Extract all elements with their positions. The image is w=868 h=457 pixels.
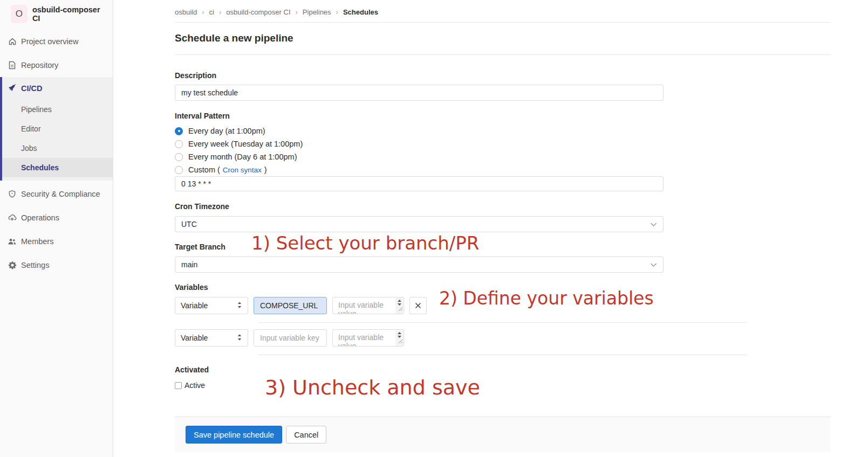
sidebar-item-cicd[interactable]: CI/CD bbox=[2, 77, 113, 100]
users-icon bbox=[8, 237, 17, 246]
sidebar-item-project-overview[interactable]: Project overview bbox=[0, 30, 113, 53]
radio-selected-icon[interactable] bbox=[175, 127, 183, 135]
target-branch-select[interactable]: main bbox=[175, 257, 664, 273]
breadcrumb-item-ci[interactable]: ci bbox=[209, 8, 214, 16]
active-checkbox-label: Active bbox=[184, 381, 205, 390]
variable-key-input[interactable] bbox=[254, 297, 327, 314]
variable-row: Variable Input variable value bbox=[175, 329, 831, 347]
sidebar-item-label: Members bbox=[21, 237, 53, 246]
breadcrumb-item-project[interactable]: osbuild-composer CI bbox=[226, 8, 290, 16]
divider bbox=[175, 22, 831, 23]
variable-key-input[interactable] bbox=[254, 329, 327, 347]
sidebar-item-label: CI/CD bbox=[21, 84, 42, 93]
cancel-button[interactable]: Cancel bbox=[286, 426, 326, 444]
breadcrumb-separator: › bbox=[296, 8, 298, 16]
interval-option-custom[interactable]: Custom ( Cron syntax ) bbox=[175, 163, 831, 176]
description-input[interactable] bbox=[175, 85, 664, 101]
sidebar-item-operations[interactable]: Operations bbox=[0, 206, 113, 230]
sidebar-item-members[interactable]: Members bbox=[0, 230, 113, 253]
form-actions: Save pipeline schedule Cancel bbox=[175, 417, 831, 452]
radio-label: Every week (Tuesday at 1:00pm) bbox=[188, 140, 303, 148]
sidebar: O osbuild-composer CI Project overview R… bbox=[0, 0, 113, 457]
divider bbox=[258, 355, 747, 355]
up-down-arrows-icon bbox=[237, 334, 242, 343]
radio-icon[interactable] bbox=[175, 166, 183, 174]
interval-option-weekly[interactable]: Every week (Tuesday at 1:00pm) bbox=[175, 137, 831, 150]
resize-grip-icon[interactable] bbox=[398, 337, 403, 345]
breadcrumb-item-pipelines[interactable]: Pipelines bbox=[303, 8, 331, 16]
radio-label: Every month (Day 6 at 1:00pm) bbox=[188, 153, 297, 161]
radio-icon[interactable] bbox=[175, 153, 183, 161]
radio-label: Every day (at 1:00pm) bbox=[188, 127, 265, 135]
divider bbox=[258, 322, 747, 323]
sidebar-section-cicd: CI/CD Pipelines Editor Jobs Schedules bbox=[0, 77, 113, 181]
active-checkbox[interactable] bbox=[175, 382, 182, 389]
activated-label: Activated bbox=[175, 365, 831, 375]
variable-value-textarea[interactable]: Input variable value bbox=[332, 329, 404, 347]
app-root: O osbuild-composer CI Project overview R… bbox=[0, 0, 868, 457]
chevron-down-icon bbox=[650, 220, 657, 228]
interval-option-daily[interactable]: Every day (at 1:00pm) bbox=[175, 124, 831, 137]
sidebar-item-label: Settings bbox=[21, 261, 49, 269]
breadcrumb-item-schedules: Schedules bbox=[343, 8, 378, 16]
variable-type-select[interactable]: Variable bbox=[175, 297, 248, 314]
sidebar-item-schedules[interactable]: Schedules bbox=[2, 158, 113, 177]
annotation-define-variables: 2) Define your variables bbox=[439, 288, 654, 309]
sidebar-item-label: Repository bbox=[21, 61, 58, 70]
remove-variable-button[interactable] bbox=[409, 297, 427, 314]
sub-item-label: Schedules bbox=[21, 163, 59, 172]
cron-timezone-label: Cron Timezone bbox=[175, 202, 831, 211]
breadcrumb-separator: › bbox=[202, 8, 204, 16]
resize-grip-icon[interactable] bbox=[398, 304, 403, 313]
variable-type-value: Variable bbox=[181, 334, 208, 342]
up-down-arrows-icon bbox=[237, 301, 242, 310]
variable-value-textarea[interactable]: Input variable value bbox=[332, 297, 404, 314]
sidebar-item-repository[interactable]: Repository bbox=[0, 53, 113, 77]
breadcrumb-separator: › bbox=[336, 8, 338, 16]
selected-branch: main bbox=[181, 260, 197, 269]
sub-item-label: Jobs bbox=[21, 144, 37, 153]
radio-label: Custom ( bbox=[188, 165, 220, 174]
gear-icon bbox=[8, 261, 17, 270]
variable-type-select[interactable]: Variable bbox=[175, 329, 248, 347]
sidebar-item-settings[interactable]: Settings bbox=[0, 253, 113, 277]
interval-option-monthly[interactable]: Every month (Day 6 at 1:00pm) bbox=[175, 150, 831, 163]
cron-pattern-input[interactable] bbox=[175, 176, 664, 191]
variable-type-value: Variable bbox=[181, 301, 208, 310]
divider bbox=[175, 54, 831, 55]
sub-item-label: Pipelines bbox=[21, 105, 52, 114]
variable-value-placeholder: Input variable value bbox=[333, 330, 389, 347]
breadcrumb-separator: › bbox=[219, 8, 221, 16]
description-label: Description bbox=[175, 71, 831, 80]
close-icon bbox=[414, 302, 422, 309]
chevron-down-icon bbox=[650, 260, 657, 269]
sidebar-item-editor[interactable]: Editor bbox=[2, 119, 113, 139]
sidebar-item-label: Operations bbox=[21, 213, 59, 222]
interval-options: Every day (at 1:00pm) Every week (Tuesda… bbox=[175, 124, 831, 176]
cron-syntax-link[interactable]: Cron syntax bbox=[223, 166, 262, 174]
project-header[interactable]: O osbuild-composer CI bbox=[0, 0, 113, 28]
shield-icon bbox=[8, 190, 17, 199]
sidebar-nav: Project overview Repository CI/CD Pipeli… bbox=[0, 30, 113, 277]
cron-timezone-select[interactable]: UTC bbox=[175, 216, 664, 232]
variable-value-placeholder: Input variable value bbox=[333, 297, 389, 314]
project-name: osbuild-composer CI bbox=[32, 5, 107, 23]
sidebar-item-label: Project overview bbox=[21, 37, 78, 46]
sidebar-item-pipelines[interactable]: Pipelines bbox=[2, 100, 113, 119]
project-avatar: O bbox=[11, 5, 28, 23]
sidebar-item-security-compliance[interactable]: Security & Compliance bbox=[0, 182, 113, 206]
sidebar-item-jobs[interactable]: Jobs bbox=[2, 139, 113, 158]
cloud-gear-icon bbox=[8, 213, 17, 223]
home-icon bbox=[8, 37, 17, 46]
breadcrumb: osbuild › ci › osbuild-composer CI › Pip… bbox=[175, 6, 831, 17]
breadcrumb-item-osbuild[interactable]: osbuild bbox=[175, 8, 197, 16]
interval-pattern-label: Interval Pattern bbox=[175, 112, 831, 121]
selected-timezone: UTC bbox=[181, 220, 197, 228]
sub-item-label: Editor bbox=[21, 124, 41, 133]
radio-label: ) bbox=[264, 165, 267, 174]
save-pipeline-schedule-button[interactable]: Save pipeline schedule bbox=[186, 426, 282, 444]
page-title: Schedule a new pipeline bbox=[175, 32, 831, 44]
radio-icon[interactable] bbox=[175, 140, 183, 148]
main-content: osbuild › ci › osbuild-composer CI › Pip… bbox=[113, 0, 868, 457]
annotation-uncheck-save: 3) Uncheck and save bbox=[265, 376, 480, 399]
